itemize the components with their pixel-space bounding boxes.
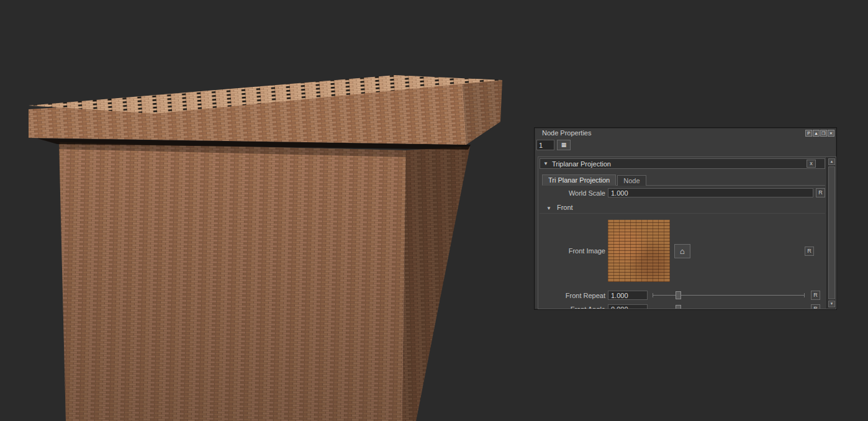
panel-titlebar[interactable]: Node Properties P ▲ ❐ ✕	[535, 128, 836, 138]
front-image-row: Front Image ⌂ R	[540, 220, 825, 282]
front-repeat-slider[interactable]	[653, 291, 805, 300]
front-image-thumbnail[interactable]	[608, 220, 670, 282]
close-icon[interactable]: ✕	[828, 130, 834, 137]
panel-title: Node Properties	[542, 129, 592, 137]
front-image-label: Front Image	[540, 247, 605, 255]
node-close-button[interactable]: x	[807, 160, 816, 168]
scroll-down-icon[interactable]: ▼	[828, 301, 835, 307]
front-angle-reset-button[interactable]: R	[811, 304, 820, 309]
expand-icon[interactable]: ❐	[820, 130, 827, 137]
slider-tick-left	[653, 293, 653, 297]
front-repeat-input[interactable]	[608, 291, 648, 300]
pin-icon[interactable]: P	[805, 130, 812, 137]
vertical-scrollbar[interactable]: ▲ ▼	[826, 157, 836, 309]
node-index-field[interactable]	[536, 140, 554, 150]
wall-front-shading	[59, 142, 406, 421]
slider-handle[interactable]	[676, 291, 681, 299]
front-angle-label: Front Angle	[540, 306, 605, 309]
node-title: Triplanar Projection	[552, 160, 611, 168]
slider-tick-right	[804, 293, 805, 297]
world-scale-label: World Scale	[540, 189, 605, 197]
open-image-icon[interactable]: ⌂	[674, 244, 690, 258]
tab-triplanar-projection[interactable]: Tri Planar Projection	[542, 174, 616, 186]
scroll-up-icon[interactable]: ▲	[828, 158, 835, 165]
world-scale-reset-button[interactable]: R	[816, 188, 825, 197]
wall-side-shading	[402, 147, 470, 421]
cap-end-shading	[463, 80, 502, 145]
properties-scroll-area: ▼ Triplanar Projection x Tri Planar Proj…	[538, 156, 836, 309]
collapse-triangle-icon[interactable]: ▼	[543, 161, 548, 166]
node-properties-panel: Node Properties P ▲ ❐ ✕ ▦ ▼ Triplanar Pr…	[534, 127, 837, 310]
front-angle-row: Front Angle R	[540, 304, 825, 309]
front-repeat-row: Front Repeat R	[540, 291, 825, 300]
properties-content: ▼ Triplanar Projection x Tri Planar Proj…	[538, 157, 826, 309]
rollup-icon[interactable]: ▲	[813, 130, 820, 137]
front-repeat-label: Front Repeat	[540, 292, 605, 299]
front-angle-slider[interactable]	[653, 304, 805, 309]
application-window: Node Properties P ▲ ❐ ✕ ▦ ▼ Triplanar Pr…	[0, 0, 868, 421]
front-angle-input[interactable]	[608, 304, 648, 309]
slider-handle[interactable]	[676, 305, 681, 309]
tab-node[interactable]: Node	[617, 175, 646, 186]
front-image-reset-button[interactable]: R	[805, 247, 814, 256]
front-section-header[interactable]: ▼ Front	[540, 202, 825, 214]
titlebar-buttons: P ▲ ❐ ✕	[805, 130, 834, 137]
edit-list-button[interactable]: ▦	[557, 140, 571, 150]
scrollbar-thumb[interactable]	[828, 166, 835, 299]
world-scale-input[interactable]	[608, 188, 813, 197]
node-header[interactable]: ▼ Triplanar Projection x	[540, 158, 825, 169]
front-section-label: Front	[557, 204, 573, 211]
tab-bar: Tri Planar Projection Node	[542, 174, 825, 186]
front-collapse-triangle-icon[interactable]: ▼	[546, 206, 551, 211]
world-scale-row: World Scale R	[540, 188, 825, 197]
node-index-row: ▦	[536, 140, 571, 150]
front-repeat-reset-button[interactable]: R	[811, 291, 820, 300]
